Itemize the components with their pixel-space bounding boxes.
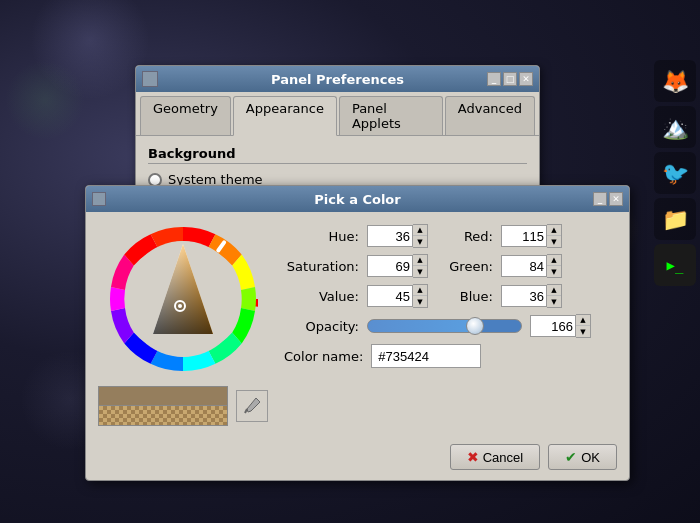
blue-down[interactable]: ▼: [547, 296, 561, 307]
green-down[interactable]: ▼: [547, 266, 561, 277]
red-input[interactable]: [501, 225, 547, 247]
window-controls: _ □ ✕: [487, 72, 533, 86]
hue-input[interactable]: [367, 225, 413, 247]
opacity-thumb[interactable]: [466, 317, 484, 335]
hue-red-row: Hue: ▲ ▼ Red: ▲ ▼: [284, 224, 617, 248]
saturation-label: Saturation:: [284, 259, 359, 274]
panel-prefs-titlebar: Panel Preferences _ □ ✕: [136, 66, 539, 92]
blue-up[interactable]: ▲: [547, 285, 561, 296]
tabs-row: Geometry Appearance Panel Applets Advanc…: [136, 92, 539, 136]
green-spinner: ▲ ▼: [501, 254, 562, 278]
color-name-row: Color name:: [284, 344, 617, 368]
sat-down[interactable]: ▼: [413, 266, 427, 277]
val-blue-row: Value: ▲ ▼ Blue: ▲: [284, 284, 617, 308]
red-spinner: ▲ ▼: [501, 224, 562, 248]
tab-geometry[interactable]: Geometry: [140, 96, 231, 135]
saturation-input[interactable]: [367, 255, 413, 277]
opacity-row: Opacity: ▲ ▼: [284, 314, 617, 338]
bird-icon[interactable]: 🐦: [654, 152, 696, 194]
sat-field-row: Saturation: ▲ ▼: [284, 254, 428, 278]
files-icon[interactable]: 📁: [654, 198, 696, 240]
opacity-down[interactable]: ▼: [576, 326, 590, 337]
value-label: Value:: [284, 289, 359, 304]
panel-prefs-title: Panel Preferences: [271, 72, 404, 87]
cancel-icon: ✖: [467, 449, 479, 465]
hue-label: Hue:: [284, 229, 359, 244]
red-field-row: Red: ▲ ▼: [448, 224, 562, 248]
blue-spinner: ▲ ▼: [501, 284, 562, 308]
picker-body: Hue: ▲ ▼ Red: ▲ ▼: [86, 212, 629, 438]
val-down[interactable]: ▼: [413, 296, 427, 307]
color-picker-titlebar: Pick a Color _ ✕: [86, 186, 629, 212]
color-preview-old: [98, 406, 228, 426]
controls-area: Hue: ▲ ▼ Red: ▲ ▼: [284, 224, 617, 426]
hue-field-row: Hue: ▲ ▼: [284, 224, 428, 248]
val-spinner-buttons: ▲ ▼: [413, 284, 428, 308]
value-spinner: ▲ ▼: [367, 284, 428, 308]
opacity-label: Opacity:: [284, 319, 359, 334]
green-label: Green:: [448, 259, 493, 274]
color-picker-window-icon: [92, 192, 106, 206]
red-up[interactable]: ▲: [547, 225, 561, 236]
color-name-input[interactable]: [371, 344, 481, 368]
color-name-label: Color name:: [284, 349, 363, 364]
blue-field-row: Blue: ▲ ▼: [448, 284, 562, 308]
hue-spinner-buttons: ▲ ▼: [413, 224, 428, 248]
taskbar-right: 🦊 🏔️ 🐦 📁 ▶_: [650, 60, 700, 286]
cancel-label: Cancel: [483, 450, 523, 465]
hue-spinner: ▲ ▼: [367, 224, 428, 248]
saturation-spinner: ▲ ▼: [367, 254, 428, 278]
opacity-input[interactable]: [530, 315, 576, 337]
minimize-button[interactable]: _: [487, 72, 501, 86]
color-picker-dialog: Pick a Color _ ✕: [85, 185, 630, 481]
tab-advanced[interactable]: Advanced: [445, 96, 535, 135]
red-down[interactable]: ▼: [547, 236, 561, 247]
wheel-area: [98, 224, 268, 426]
eyedropper-button[interactable]: [236, 390, 268, 422]
blue-spinner-buttons: ▲ ▼: [547, 284, 562, 308]
tab-appearance[interactable]: Appearance: [233, 96, 337, 136]
ok-label: OK: [581, 450, 600, 465]
sat-up[interactable]: ▲: [413, 255, 427, 266]
blue-label: Blue:: [448, 289, 493, 304]
blue-input[interactable]: [501, 285, 547, 307]
color-preview-new: [98, 386, 228, 406]
value-input[interactable]: [367, 285, 413, 307]
close-button[interactable]: ✕: [519, 72, 533, 86]
green-input[interactable]: [501, 255, 547, 277]
color-picker-close[interactable]: ✕: [609, 192, 623, 206]
opacity-slider-fill: [368, 320, 480, 332]
background-group-label: Background: [148, 146, 527, 164]
opacity-slider[interactable]: [367, 319, 522, 333]
tab-panel-applets[interactable]: Panel Applets: [339, 96, 443, 135]
ok-icon: ✔: [565, 449, 577, 465]
firefox-icon[interactable]: 🦊: [654, 60, 696, 102]
color-picker-title: Pick a Color: [314, 192, 400, 207]
dialog-buttons: ✖ Cancel ✔ OK: [86, 438, 629, 480]
color-wheel-svg[interactable]: [108, 224, 258, 374]
maximize-button[interactable]: □: [503, 72, 517, 86]
green-up[interactable]: ▲: [547, 255, 561, 266]
red-spinner-buttons: ▲ ▼: [547, 224, 562, 248]
color-picker-window-controls: _ ✕: [593, 192, 623, 206]
opacity-spinner-buttons: ▲ ▼: [576, 314, 591, 338]
ok-button[interactable]: ✔ OK: [548, 444, 617, 470]
svg-point-7: [178, 304, 182, 308]
cancel-button[interactable]: ✖ Cancel: [450, 444, 540, 470]
color-wheel-container[interactable]: [108, 224, 258, 374]
hue-up[interactable]: ▲: [413, 225, 427, 236]
color-picker-minimize[interactable]: _: [593, 192, 607, 206]
mail-icon[interactable]: 🏔️: [654, 106, 696, 148]
hue-down[interactable]: ▼: [413, 236, 427, 247]
window-icon: [142, 71, 158, 87]
sat-spinner-buttons: ▲ ▼: [413, 254, 428, 278]
green-field-row: Green: ▲ ▼: [448, 254, 562, 278]
red-label: Red:: [448, 229, 493, 244]
green-spinner-buttons: ▲ ▼: [547, 254, 562, 278]
val-field-row: Value: ▲ ▼: [284, 284, 428, 308]
opacity-up[interactable]: ▲: [576, 315, 590, 326]
terminal-icon[interactable]: ▶_: [654, 244, 696, 286]
opacity-spinner: ▲ ▼: [530, 314, 591, 338]
val-up[interactable]: ▲: [413, 285, 427, 296]
sat-green-row: Saturation: ▲ ▼ Green: ▲: [284, 254, 617, 278]
